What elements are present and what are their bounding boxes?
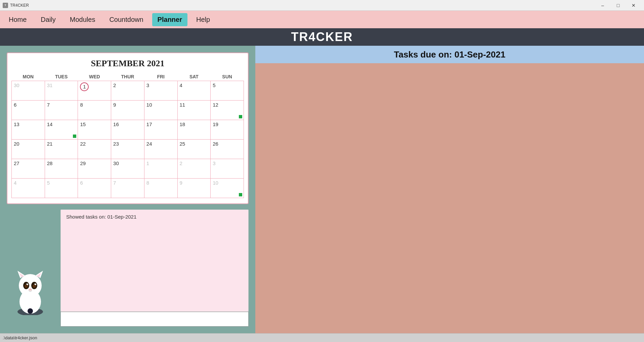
calendar-cell[interactable]: 23 [111, 140, 144, 159]
left-panel: SEPTEMBER 2021 MON TUES WED THUR FRI SAT… [0, 46, 255, 333]
mascot [10, 261, 50, 316]
calendar-cell[interactable]: 19 [211, 120, 244, 140]
dow-mon: MON [12, 73, 45, 81]
log-text: Showed tasks on: 01-Sep-2021 [66, 214, 136, 220]
calendar-cell[interactable]: 26 [211, 140, 244, 159]
calendar-title: SEPTEMBER 2021 [11, 59, 244, 69]
svg-point-11 [25, 284, 28, 288]
svg-point-2 [19, 274, 42, 297]
calendar-cell[interactable]: 18 [177, 120, 211, 140]
tasks-header-text: Tasks due on: 01-Sep-2021 [394, 49, 506, 60]
svg-point-13 [29, 289, 32, 291]
menu-bar: Home Daily Modules Countdown Planner Hel… [0, 11, 644, 28]
calendar-cell[interactable]: 10 [144, 101, 177, 120]
tasks-header: Tasks due on: 01-Sep-2021 [255, 46, 644, 63]
close-button[interactable]: ✕ [626, 0, 641, 11]
calendar-cell[interactable]: 3 [144, 81, 177, 101]
calendar-cell[interactable]: 21 [45, 140, 78, 159]
log-area: Showed tasks on: 01-Sep-2021 [60, 210, 249, 312]
calendar-cell[interactable]: 16 [111, 120, 144, 140]
calendar-cell[interactable]: 14 [45, 120, 78, 140]
calendar-cell[interactable]: 2 [111, 81, 144, 101]
calendar-cell[interactable]: 13 [12, 120, 45, 140]
calendar-cell[interactable]: 11 [177, 101, 211, 120]
menu-item-countdown[interactable]: Countdown [104, 13, 148, 26]
app-header: TR4CKER [0, 28, 644, 46]
title-bar-left: T TR4CKER [3, 3, 29, 8]
calendar-cell[interactable]: 27 [12, 159, 45, 179]
calendar-cell[interactable]: 3 [211, 159, 244, 179]
calendar-cell[interactable]: 10 [211, 179, 244, 198]
calendar-grid: MON TUES WED THUR FRI SAT SUN 3031123456… [11, 73, 244, 198]
menu-item-home[interactable]: Home [3, 13, 32, 26]
calendar-cell[interactable]: 1 [78, 81, 111, 101]
calendar-cell[interactable]: 7 [111, 179, 144, 198]
dow-sat: SAT [177, 73, 211, 81]
title-bar-controls: – □ ✕ [595, 0, 641, 11]
calendar-cell[interactable]: 4 [12, 179, 45, 198]
calendar-cell[interactable]: 15 [78, 120, 111, 140]
calendar-cell[interactable]: 17 [144, 120, 177, 140]
calendar-cell[interactable]: 4 [177, 81, 211, 101]
calendar-cell[interactable]: 6 [78, 179, 111, 198]
calendar-cell[interactable]: 12 [211, 101, 244, 120]
menu-item-planner[interactable]: Planner [152, 13, 187, 26]
status-path: .\data\tr4cker.json [3, 335, 37, 340]
status-bar: .\data\tr4cker.json [0, 333, 644, 342]
calendar-cell[interactable]: 30 [12, 81, 45, 101]
calendar-cell[interactable]: 22 [78, 140, 111, 159]
calendar-cell[interactable]: 9 [111, 101, 144, 120]
minimize-button[interactable]: – [595, 0, 610, 11]
command-input[interactable] [63, 316, 246, 322]
calendar-cell[interactable]: 20 [12, 140, 45, 159]
app-title: TR4CKER [291, 30, 353, 44]
dow-sun: SUN [211, 73, 244, 81]
calendar-cell[interactable]: 9 [177, 179, 211, 198]
tasks-body [255, 63, 644, 333]
calendar-cell[interactable]: 25 [177, 140, 211, 159]
calendar-cell[interactable]: 30 [111, 159, 144, 179]
bottom-section: Showed tasks on: 01-Sep-2021 [7, 210, 249, 327]
main-content: SEPTEMBER 2021 MON TUES WED THUR FRI SAT… [0, 46, 644, 333]
dow-tues: TUES [45, 73, 78, 81]
calendar-cell[interactable]: 7 [45, 101, 78, 120]
dow-thur: THUR [111, 73, 144, 81]
calendar-cell[interactable]: 24 [144, 140, 177, 159]
calendar-cell[interactable]: 5 [211, 81, 244, 101]
svg-point-12 [33, 284, 36, 288]
title-bar: T TR4CKER – □ ✕ [0, 0, 644, 11]
bottom-inner: Showed tasks on: 01-Sep-2021 [60, 210, 249, 327]
maximize-button[interactable]: □ [610, 0, 626, 11]
calendar-cell[interactable]: 31 [45, 81, 78, 101]
calendar-cell[interactable]: 5 [45, 179, 78, 198]
calendar-cell[interactable]: 8 [78, 101, 111, 120]
calendar-cell[interactable]: 29 [78, 159, 111, 179]
right-panel: Tasks due on: 01-Sep-2021 [255, 46, 644, 333]
menu-item-help[interactable]: Help [191, 13, 215, 26]
title-bar-text: TR4CKER [10, 3, 29, 8]
input-bar[interactable] [60, 312, 249, 327]
menu-item-daily[interactable]: Daily [35, 13, 61, 26]
calendar-cell[interactable]: 1 [144, 159, 177, 179]
calendar-cell[interactable]: 8 [144, 179, 177, 198]
svg-rect-17 [29, 308, 32, 312]
menu-item-modules[interactable]: Modules [65, 13, 101, 26]
app-icon: T [3, 3, 8, 8]
dow-wed: WED [78, 73, 111, 81]
calendar-cell[interactable]: 2 [177, 159, 211, 179]
calendar-cell[interactable]: 6 [12, 101, 45, 120]
dow-fri: FRI [144, 73, 177, 81]
calendar-cell[interactable]: 28 [45, 159, 78, 179]
calendar-container: SEPTEMBER 2021 MON TUES WED THUR FRI SAT… [7, 52, 249, 204]
